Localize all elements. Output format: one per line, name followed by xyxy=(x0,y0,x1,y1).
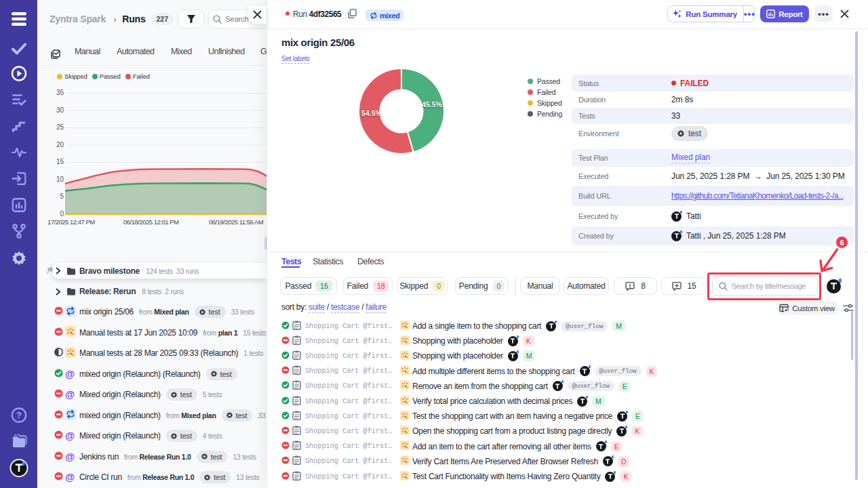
svg-text:45.5%: 45.5% xyxy=(422,100,442,108)
svg-text:?: ? xyxy=(16,410,22,420)
svg-text:54.5%: 54.5% xyxy=(361,109,382,117)
